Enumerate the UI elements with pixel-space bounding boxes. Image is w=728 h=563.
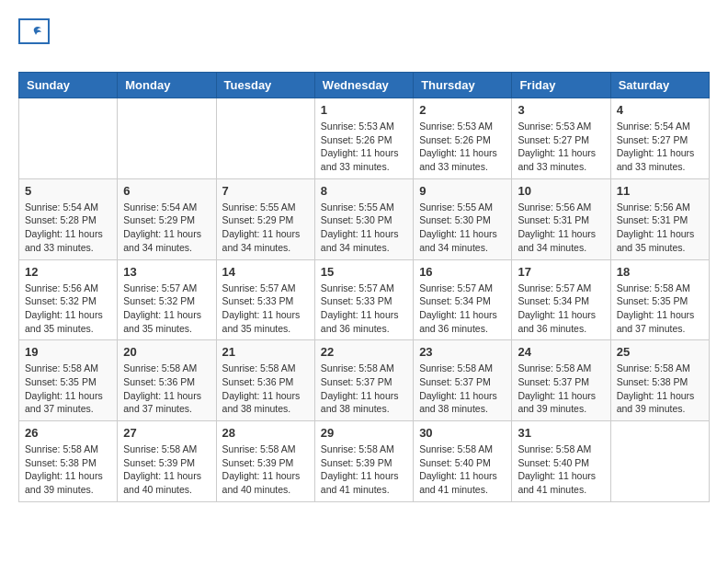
day-number: 28 — [222, 426, 309, 440]
calendar-cell: 25Sunrise: 5:58 AM Sunset: 5:38 PM Dayli… — [610, 340, 709, 421]
calendar-cell — [19, 98, 118, 179]
calendar-cell: 30Sunrise: 5:58 AM Sunset: 5:40 PM Dayli… — [414, 421, 512, 502]
calendar-cell: 31Sunrise: 5:58 AM Sunset: 5:40 PM Dayli… — [512, 421, 610, 502]
weekday-header: Saturday — [610, 73, 709, 98]
calendar-cell: 4Sunrise: 5:54 AM Sunset: 5:27 PM Daylig… — [610, 98, 709, 179]
day-number: 22 — [321, 345, 407, 359]
calendar-cell: 1Sunrise: 5:53 AM Sunset: 5:26 PM Daylig… — [314, 98, 413, 179]
day-info: Sunrise: 5:58 AM Sunset: 5:37 PM Dayligh… — [419, 362, 506, 416]
day-number: 9 — [419, 184, 506, 198]
day-number: 24 — [518, 345, 604, 359]
day-number: 18 — [617, 265, 703, 279]
calendar-cell: 19Sunrise: 5:58 AM Sunset: 5:35 PM Dayli… — [19, 340, 118, 421]
calendar-cell: 8Sunrise: 5:55 AM Sunset: 5:30 PM Daylig… — [314, 178, 413, 259]
day-info: Sunrise: 5:58 AM Sunset: 5:37 PM Dayligh… — [518, 362, 604, 416]
calendar-cell — [610, 421, 709, 502]
day-number: 30 — [419, 426, 506, 440]
day-info: Sunrise: 5:55 AM Sunset: 5:30 PM Dayligh… — [419, 201, 506, 255]
day-info: Sunrise: 5:58 AM Sunset: 5:40 PM Dayligh… — [419, 442, 506, 497]
day-number: 3 — [518, 103, 604, 117]
calendar-cell — [118, 98, 216, 179]
logo-box — [18, 18, 50, 44]
calendar-cell: 27Sunrise: 5:58 AM Sunset: 5:39 PM Dayli… — [118, 421, 216, 502]
day-number: 21 — [222, 345, 309, 359]
calendar-cell: 6Sunrise: 5:54 AM Sunset: 5:29 PM Daylig… — [118, 178, 216, 259]
day-number: 15 — [321, 265, 407, 279]
calendar-cell: 20Sunrise: 5:58 AM Sunset: 5:36 PM Dayli… — [118, 340, 216, 421]
calendar-cell: 13Sunrise: 5:57 AM Sunset: 5:32 PM Dayli… — [118, 259, 216, 340]
day-number: 6 — [123, 184, 210, 198]
day-number: 25 — [617, 345, 703, 359]
day-number: 2 — [419, 103, 506, 117]
day-info: Sunrise: 5:57 AM Sunset: 5:32 PM Dayligh… — [123, 282, 210, 336]
day-info: Sunrise: 5:56 AM Sunset: 5:31 PM Dayligh… — [518, 201, 604, 255]
day-number: 12 — [25, 265, 111, 279]
day-number: 31 — [518, 426, 604, 440]
day-number: 29 — [321, 426, 407, 440]
calendar-cell: 2Sunrise: 5:53 AM Sunset: 5:26 PM Daylig… — [414, 98, 512, 179]
day-number: 17 — [518, 265, 604, 279]
calendar-cell: 24Sunrise: 5:58 AM Sunset: 5:37 PM Dayli… — [512, 340, 610, 421]
day-number: 16 — [419, 265, 506, 279]
page-header — [18, 18, 710, 63]
day-number: 7 — [222, 184, 309, 198]
calendar-cell: 15Sunrise: 5:57 AM Sunset: 5:33 PM Dayli… — [314, 259, 413, 340]
calendar-cell: 12Sunrise: 5:56 AM Sunset: 5:32 PM Dayli… — [19, 259, 118, 340]
calendar-cell: 5Sunrise: 5:54 AM Sunset: 5:28 PM Daylig… — [19, 178, 118, 259]
calendar-cell: 7Sunrise: 5:55 AM Sunset: 5:29 PM Daylig… — [216, 178, 314, 259]
day-info: Sunrise: 5:53 AM Sunset: 5:26 PM Dayligh… — [419, 120, 506, 174]
weekday-header: Wednesday — [314, 73, 413, 98]
weekday-header: Thursday — [414, 73, 512, 98]
day-info: Sunrise: 5:57 AM Sunset: 5:34 PM Dayligh… — [518, 282, 604, 336]
day-info: Sunrise: 5:57 AM Sunset: 5:33 PM Dayligh… — [222, 282, 309, 336]
calendar-week-row: 26Sunrise: 5:58 AM Sunset: 5:38 PM Dayli… — [19, 421, 710, 502]
day-info: Sunrise: 5:54 AM Sunset: 5:27 PM Dayligh… — [617, 120, 703, 174]
day-number: 1 — [321, 103, 407, 117]
calendar-week-row: 1Sunrise: 5:53 AM Sunset: 5:26 PM Daylig… — [19, 98, 710, 179]
calendar-cell: 17Sunrise: 5:57 AM Sunset: 5:34 PM Dayli… — [512, 259, 610, 340]
calendar-cell — [216, 98, 314, 179]
day-info: Sunrise: 5:56 AM Sunset: 5:31 PM Dayligh… — [617, 201, 703, 255]
day-number: 11 — [617, 184, 703, 198]
weekday-header: Friday — [512, 73, 610, 98]
day-info: Sunrise: 5:55 AM Sunset: 5:29 PM Dayligh… — [222, 201, 309, 255]
day-number: 19 — [25, 345, 111, 359]
calendar-week-row: 19Sunrise: 5:58 AM Sunset: 5:35 PM Dayli… — [19, 340, 710, 421]
calendar-cell: 16Sunrise: 5:57 AM Sunset: 5:34 PM Dayli… — [414, 259, 512, 340]
weekday-header: Tuesday — [216, 73, 314, 98]
day-info: Sunrise: 5:58 AM Sunset: 5:38 PM Dayligh… — [617, 362, 703, 416]
calendar-header-row: SundayMondayTuesdayWednesdayThursdayFrid… — [19, 73, 710, 98]
day-info: Sunrise: 5:58 AM Sunset: 5:35 PM Dayligh… — [617, 282, 703, 336]
day-number: 26 — [25, 426, 111, 440]
day-number: 23 — [419, 345, 506, 359]
logo-bird-icon — [27, 24, 43, 40]
calendar-cell: 3Sunrise: 5:53 AM Sunset: 5:27 PM Daylig… — [512, 98, 610, 179]
day-info: Sunrise: 5:58 AM Sunset: 5:40 PM Dayligh… — [518, 442, 604, 497]
day-info: Sunrise: 5:57 AM Sunset: 5:33 PM Dayligh… — [321, 282, 407, 336]
day-info: Sunrise: 5:58 AM Sunset: 5:39 PM Dayligh… — [222, 442, 309, 497]
day-info: Sunrise: 5:56 AM Sunset: 5:32 PM Dayligh… — [25, 282, 111, 336]
day-info: Sunrise: 5:58 AM Sunset: 5:35 PM Dayligh… — [25, 362, 111, 416]
calendar-cell: 22Sunrise: 5:58 AM Sunset: 5:37 PM Dayli… — [314, 340, 413, 421]
day-info: Sunrise: 5:58 AM Sunset: 5:36 PM Dayligh… — [123, 362, 210, 416]
calendar-cell: 14Sunrise: 5:57 AM Sunset: 5:33 PM Dayli… — [216, 259, 314, 340]
logo — [18, 18, 50, 63]
day-number: 14 — [222, 265, 309, 279]
day-info: Sunrise: 5:53 AM Sunset: 5:26 PM Dayligh… — [321, 120, 407, 174]
day-info: Sunrise: 5:54 AM Sunset: 5:28 PM Dayligh… — [25, 201, 111, 255]
calendar-week-row: 5Sunrise: 5:54 AM Sunset: 5:28 PM Daylig… — [19, 178, 710, 259]
calendar-cell: 18Sunrise: 5:58 AM Sunset: 5:35 PM Dayli… — [610, 259, 709, 340]
day-number: 13 — [123, 265, 210, 279]
day-number: 5 — [25, 184, 111, 198]
calendar-table: SundayMondayTuesdayWednesdayThursdayFrid… — [18, 72, 710, 502]
day-info: Sunrise: 5:58 AM Sunset: 5:39 PM Dayligh… — [123, 442, 210, 497]
weekday-header: Monday — [118, 73, 216, 98]
calendar-cell: 26Sunrise: 5:58 AM Sunset: 5:38 PM Dayli… — [19, 421, 118, 502]
day-info: Sunrise: 5:53 AM Sunset: 5:27 PM Dayligh… — [518, 120, 604, 174]
day-info: Sunrise: 5:54 AM Sunset: 5:29 PM Dayligh… — [123, 201, 210, 255]
day-info: Sunrise: 5:55 AM Sunset: 5:30 PM Dayligh… — [321, 201, 407, 255]
day-info: Sunrise: 5:58 AM Sunset: 5:36 PM Dayligh… — [222, 362, 309, 416]
calendar-cell: 11Sunrise: 5:56 AM Sunset: 5:31 PM Dayli… — [610, 178, 709, 259]
day-info: Sunrise: 5:57 AM Sunset: 5:34 PM Dayligh… — [419, 282, 506, 336]
day-info: Sunrise: 5:58 AM Sunset: 5:39 PM Dayligh… — [321, 442, 407, 497]
